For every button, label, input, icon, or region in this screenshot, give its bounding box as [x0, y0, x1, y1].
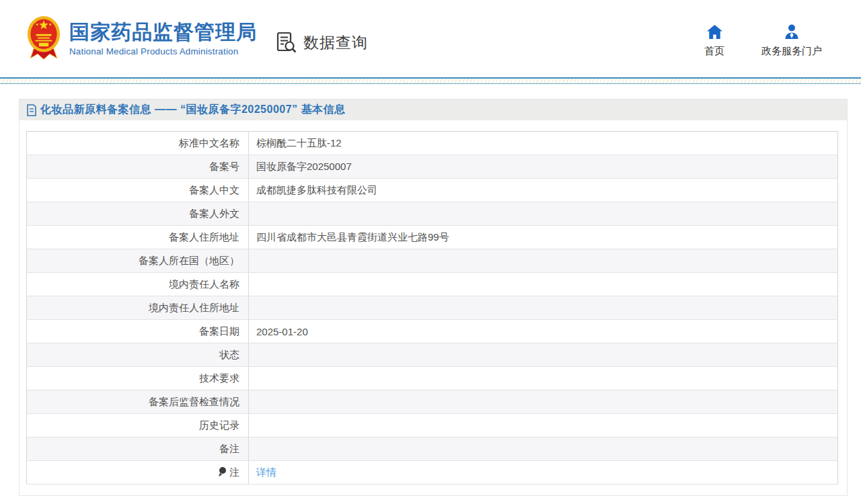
table-row: 备案人中文成都凯捷多肽科技有限公司	[27, 179, 838, 202]
row-label: 备案人所在国（地区）	[27, 249, 249, 273]
row-value: 棕榈酰二十五肽-12	[249, 132, 838, 155]
row-value: 成都凯捷多肽科技有限公司	[249, 179, 838, 202]
site-title-cn: 国家药品监督管理局	[69, 20, 257, 44]
row-value	[249, 343, 838, 367]
site-title-en: National Medical Products Administration	[69, 46, 257, 56]
row-value	[249, 390, 838, 414]
row-label: 备案人外文	[27, 202, 249, 226]
row-label: 备案人住所地址	[27, 226, 249, 249]
row-label: 标准中文名称	[27, 132, 249, 155]
table-row: 历史记录	[27, 414, 838, 437]
info-panel: 化妆品新原料备案信息 —— “国妆原备字20250007” 基本信息 标准中文名…	[19, 99, 848, 496]
row-label: 状态	[27, 343, 249, 367]
row-label: 注	[27, 461, 249, 485]
row-value: 2025-01-20	[249, 320, 838, 343]
table-row: 境内责任人住所地址	[27, 296, 838, 320]
row-label: 备案人中文	[27, 179, 249, 202]
row-label: 境内责任人住所地址	[27, 296, 249, 320]
row-value	[249, 202, 838, 226]
document-search-icon	[276, 32, 297, 54]
nav-home[interactable]: 首页	[696, 24, 733, 58]
row-value	[249, 249, 838, 273]
row-value	[249, 367, 838, 390]
table-row: 备案后监督检查情况	[27, 390, 838, 414]
table-row: 境内责任人名称	[27, 273, 838, 296]
site-header: 国家药品监督管理局 National Medical Products Admi…	[0, 0, 861, 77]
data-query-label: 数据查询	[303, 32, 368, 53]
nav-portal-label: 政务服务门户	[761, 45, 822, 58]
header-divider	[0, 77, 861, 84]
nav-data-query[interactable]: 数据查询	[276, 30, 368, 54]
table-row: 备案号国妆原备字20250007	[27, 155, 838, 179]
panel-title-bar: 化妆品新原料备案信息 —— “国妆原备字20250007” 基本信息	[20, 99, 847, 120]
detail-link[interactable]: 详情	[256, 466, 276, 478]
nav-portal[interactable]: 政务服务门户	[761, 24, 822, 58]
user-icon	[784, 24, 800, 40]
row-value	[249, 273, 838, 296]
table-row: 备案日期2025-01-20	[27, 320, 838, 343]
info-table: 标准中文名称棕榈酰二十五肽-12备案号国妆原备字20250007备案人中文成都凯…	[26, 131, 838, 485]
row-value	[249, 437, 838, 461]
row-value: 详情	[249, 461, 838, 485]
table-row: 备案人所在国（地区）	[27, 249, 838, 273]
row-value	[249, 414, 838, 437]
table-row: 备注	[27, 437, 838, 461]
main-content: 化妆品新原料备案信息 —— “国妆原备字20250007” 基本信息 标准中文名…	[0, 99, 861, 496]
row-value: 国妆原备字20250007	[249, 155, 838, 179]
table-row: 标准中文名称棕榈酰二十五肽-12	[27, 132, 838, 155]
site-logo[interactable]: 国家药品监督管理局 National Medical Products Admi…	[26, 16, 257, 60]
row-value	[249, 296, 838, 320]
row-label: 备案号	[27, 155, 249, 179]
row-label: 境内责任人名称	[27, 273, 249, 296]
table-row: 注详情	[27, 461, 838, 485]
bulb-note-icon	[218, 466, 227, 479]
logo-text: 国家药品监督管理局 National Medical Products Admi…	[69, 20, 257, 56]
page-title: 化妆品新原料备案信息 —— “国妆原备字20250007” 基本信息	[40, 103, 346, 117]
row-label: 技术要求	[27, 367, 249, 390]
document-icon	[26, 104, 37, 116]
china-national-emblem-icon	[26, 16, 62, 60]
table-row: 技术要求	[27, 367, 838, 390]
row-label: 备案后监督检查情况	[27, 390, 249, 414]
row-label: 备注	[27, 437, 249, 461]
row-value: 四川省成都市大邑县青霞街道兴业七路99号	[249, 226, 838, 249]
table-row: 备案人住所地址四川省成都市大邑县青霞街道兴业七路99号	[27, 226, 838, 249]
nav-home-label: 首页	[704, 45, 724, 58]
row-label: 备案日期	[27, 320, 249, 343]
row-label: 历史记录	[27, 414, 249, 437]
table-row: 备案人外文	[27, 202, 838, 226]
top-nav: 首页 政务服务门户	[696, 24, 822, 58]
table-row: 状态	[27, 343, 838, 367]
home-icon	[706, 24, 723, 40]
